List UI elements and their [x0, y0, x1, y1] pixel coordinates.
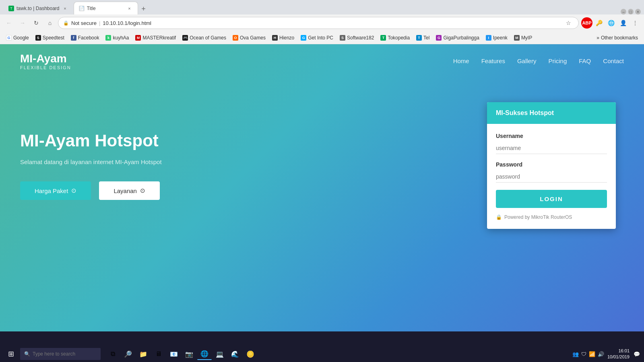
login-button[interactable]: LOGIN — [496, 190, 607, 208]
nav-gallery-link[interactable]: Gallery — [517, 58, 537, 64]
bookmark-masterkreatif[interactable]: M MASTERkreatif — [132, 34, 179, 42]
translate-button[interactable]: 🌐 — [605, 17, 617, 29]
login-header-title: MI-Sukses Hotspot — [496, 109, 554, 116]
bookmark-getinto[interactable]: G Get Into PC — [298, 34, 336, 42]
menu-button[interactable]: ⋮ — [630, 17, 641, 29]
nav-faq[interactable]: FAQ — [579, 58, 591, 65]
bookmark-label-tel: Tel — [423, 35, 429, 41]
back-button[interactable]: ← — [3, 17, 14, 29]
tab-close-tawk[interactable]: × — [62, 5, 68, 12]
tab-tawk[interactable]: T tawk.to | Dashboard × — [3, 2, 74, 14]
bookmarks-bar: G Google S Speedtest f Facebook k kuyhAa… — [0, 31, 644, 44]
bookmark-favicon-facebook: f — [71, 35, 76, 41]
address-bar-row: ← → ↻ ⌂ 🔒 Not secure | 10.10.10.1/login.… — [0, 14, 644, 31]
bookmark-ipeenk[interactable]: I Ipeenk — [483, 34, 510, 42]
taskbar-volume-icon[interactable]: 🔊 — [598, 351, 604, 357]
nav-faq-link[interactable]: FAQ — [579, 58, 591, 64]
bookmark-label-hienzo: Hienzo — [279, 35, 294, 41]
taskbar-apps: ⧉ 🔎 📁 🖥 📧 📷 🌐 💻 🌊 🪙 — [102, 348, 571, 360]
taskbar-taskview[interactable]: ⧉ — [105, 348, 120, 360]
taskbar-notification-button[interactable]: 💬 — [633, 350, 641, 358]
toolbar-right: ABP 🔑 🌐 👤 ⋮ — [581, 17, 641, 29]
taskbar-network-icon[interactable]: 📶 — [589, 351, 595, 357]
bookmarks-more[interactable]: » Other bookmarks — [594, 34, 641, 42]
maximize-button[interactable]: □ — [628, 9, 634, 14]
tab-favicon-title: 📄 — [79, 6, 85, 11]
bookmarks-more-label: » — [597, 35, 599, 41]
abp-button[interactable]: ABP — [581, 17, 592, 29]
forward-button[interactable]: → — [17, 17, 28, 29]
harga-paket-label: Harga Paket — [35, 187, 68, 194]
bookmark-label-getinto: Get Into PC — [308, 35, 333, 41]
bookmark-ova[interactable]: O Ova Games — [230, 34, 268, 42]
bookmark-tel[interactable]: T Tel — [413, 34, 432, 42]
taskbar-search[interactable]: 🔍 — [20, 348, 101, 360]
lock-powered-icon: 🔒 — [496, 214, 502, 220]
password-input[interactable] — [496, 171, 607, 183]
bookmark-star-button[interactable]: ☆ — [563, 18, 574, 28]
bookmark-software[interactable]: S Software182 — [337, 34, 377, 42]
taskbar-pc[interactable]: 🖥 — [151, 348, 166, 360]
taskbar-search-input[interactable] — [33, 351, 89, 357]
taskbar-terminal[interactable]: 💻 — [213, 348, 227, 360]
taskbar-antivirus-icon[interactable]: 🛡 — [581, 351, 586, 357]
taskbar-coin[interactable]: 🪙 — [243, 348, 258, 360]
bookmark-hienzo[interactable]: H Hienzo — [269, 34, 297, 42]
tab-title-active[interactable]: 📄 Title × — [74, 2, 138, 14]
taskbar-right: 👥 🛡 📶 🔊 16:01 10/01/2019 💬 — [572, 348, 641, 360]
nav-features-link[interactable]: Features — [481, 58, 505, 64]
avatar-button[interactable]: 👤 — [617, 17, 629, 29]
username-input[interactable] — [496, 142, 607, 154]
bookmark-favicon-tokopedia: T — [380, 35, 386, 41]
nav-home[interactable]: Home — [453, 58, 469, 65]
hero-buttons: Harga Paket ⊙ Layanan ⊙ — [20, 181, 487, 200]
bookmark-label-ipeenk: Ipeenk — [493, 35, 508, 41]
nav-contact[interactable]: Contact — [603, 58, 624, 65]
bookmark-myip[interactable]: M MyIP — [511, 34, 535, 42]
hero-title: MI-Ayam Hotspot — [20, 131, 487, 150]
bookmark-favicon-speedtest: S — [35, 35, 41, 41]
bookmark-favicon-hienzo: H — [272, 35, 278, 41]
bookmark-favicon-giga: G — [436, 35, 442, 41]
nav-gallery[interactable]: Gallery — [517, 58, 537, 65]
refresh-button[interactable]: ↻ — [31, 17, 42, 29]
nav-pricing[interactable]: Pricing — [548, 58, 567, 65]
nav-features[interactable]: Features — [481, 58, 505, 65]
nav-contact-link[interactable]: Contact — [603, 58, 624, 64]
bookmark-giga[interactable]: G GigaPurbalingga — [433, 34, 482, 42]
start-button[interactable]: ⊞ — [3, 348, 19, 360]
nav-home-link[interactable]: Home — [453, 58, 469, 64]
taskbar-camera[interactable]: 📷 — [182, 348, 196, 360]
minimize-button[interactable]: – — [621, 9, 626, 14]
bookmark-label-facebook: Facebook — [78, 35, 99, 41]
close-button[interactable]: × — [635, 9, 641, 14]
bookmark-speedtest[interactable]: S Speedtest — [33, 34, 67, 42]
layanan-button[interactable]: Layanan ⊙ — [99, 181, 160, 200]
powered-by-text: Powered by MikroTik RouterOS — [504, 214, 572, 220]
address-box[interactable]: 🔒 Not secure | 10.10.10.1/login.html ☆ — [58, 17, 579, 29]
taskbar-cortana[interactable]: 🔎 — [121, 348, 135, 360]
taskbar-mail[interactable]: 📧 — [167, 348, 181, 360]
harga-paket-button[interactable]: Harga Paket ⊙ — [20, 181, 91, 200]
taskbar-clock[interactable]: 16:01 10/01/2019 — [607, 348, 630, 360]
bookmark-label-speedtest: Speedtest — [43, 35, 64, 41]
bookmark-google[interactable]: G Google — [3, 34, 32, 42]
bookmark-facebook[interactable]: f Facebook — [68, 34, 102, 42]
taskbar: ⊞ 🔍 ⧉ 🔎 📁 🖥 📧 📷 🌐 💻 🌊 🪙 👥 🛡 📶 🔊 16:01 10… — [0, 346, 644, 362]
bookmark-ocean[interactable]: 🎮 MI-Ayam Hotspot Ocean of Games — [180, 34, 229, 42]
extension1-button[interactable]: 🔑 — [593, 17, 605, 29]
bookmark-kuyhaa[interactable]: k kuyhAa — [103, 34, 132, 42]
taskbar-browser[interactable]: 🌊 — [228, 348, 242, 360]
taskbar-people-icon[interactable]: 👥 — [572, 351, 579, 357]
tab-close-title[interactable]: × — [126, 5, 133, 12]
bookmark-label-masterkreatif: MASTERkreatif — [142, 35, 176, 41]
login-card: MI-Sukses Hotspot Username Password LOGI… — [487, 102, 616, 229]
bookmark-tokopedia[interactable]: T Tokopedia — [378, 34, 413, 42]
home-button[interactable]: ⌂ — [44, 17, 56, 29]
bookmark-label-tokopedia: Tokopedia — [388, 35, 410, 41]
taskbar-explorer[interactable]: 📁 — [136, 348, 151, 360]
new-tab-button[interactable]: + — [138, 3, 149, 14]
bookmarks-other-label: Other bookmarks — [601, 35, 638, 41]
taskbar-chrome[interactable]: 🌐 — [197, 348, 212, 360]
nav-pricing-link[interactable]: Pricing — [548, 58, 567, 64]
